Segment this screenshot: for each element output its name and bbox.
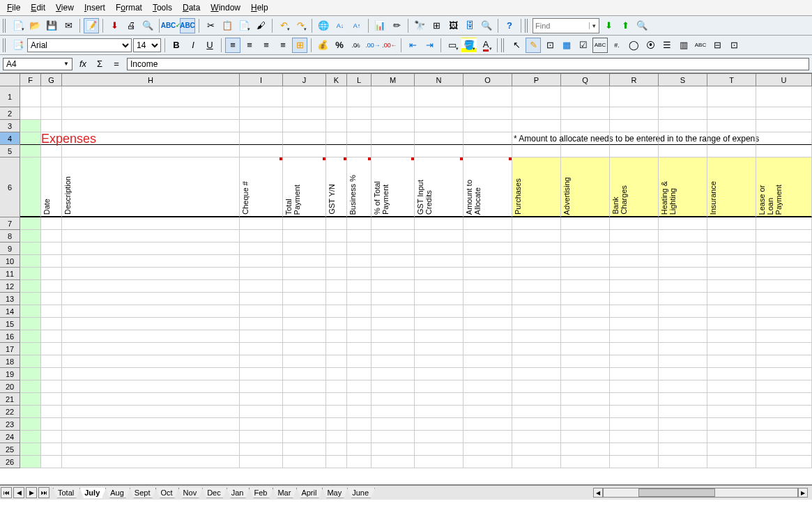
cell-G4[interactable]: Expenses (41, 132, 62, 145)
cell-K4[interactable] (326, 132, 347, 145)
help-button[interactable]: ? (502, 18, 517, 33)
cell-Q17[interactable] (561, 343, 610, 355)
cell-M8[interactable] (371, 230, 415, 243)
cell-U16[interactable] (756, 330, 812, 343)
cell-P14[interactable] (512, 305, 561, 318)
cell-R18[interactable] (610, 355, 659, 368)
cell-S13[interactable] (659, 293, 707, 305)
comment-indicator-icon[interactable] (411, 157, 414, 160)
cell-J7[interactable] (283, 217, 326, 230)
cell-H6[interactable]: Description (62, 157, 240, 217)
cell-O14[interactable] (464, 305, 512, 318)
sheet-tab-mar[interactable]: Mar (273, 488, 297, 498)
cell-N5[interactable] (415, 145, 464, 157)
cell-F26[interactable] (20, 456, 41, 468)
row-header-1[interactable]: 1 (0, 86, 20, 107)
cell-P11[interactable] (512, 268, 561, 280)
cell-P19[interactable] (512, 368, 561, 380)
row-header-18[interactable]: 18 (0, 355, 20, 368)
cell-T6[interactable]: Insurance (707, 157, 756, 217)
cell-G10[interactable] (41, 255, 62, 268)
cell-Q3[interactable] (561, 120, 610, 132)
cell-M24[interactable] (371, 431, 415, 443)
checkbox-button[interactable]: ☑ (576, 38, 591, 53)
currency-button[interactable]: 💰 (315, 38, 330, 53)
cell-O26[interactable] (464, 456, 512, 468)
cell-O8[interactable] (464, 230, 512, 243)
cell-J16[interactable] (283, 330, 326, 343)
cell-K1[interactable] (326, 86, 347, 107)
cell-I10[interactable] (240, 255, 283, 268)
cell-U12[interactable] (756, 280, 812, 293)
cell-H1[interactable] (62, 86, 240, 107)
cell-I16[interactable] (240, 330, 283, 343)
spreadsheet-grid[interactable]: F G H I J K L M N O P Q R S T U 12345678… (0, 73, 812, 484)
cell-S18[interactable] (659, 355, 707, 368)
select-button[interactable]: ↖ (509, 38, 524, 53)
cell-T15[interactable] (707, 318, 756, 330)
cell-G15[interactable] (41, 318, 62, 330)
cell-U8[interactable] (756, 230, 812, 243)
cell-J26[interactable] (283, 456, 326, 468)
cell-O4[interactable] (464, 132, 512, 145)
cell-K9[interactable] (326, 243, 347, 255)
col-header-Q[interactable]: Q (561, 74, 610, 86)
cell-Q22[interactable] (561, 406, 610, 418)
row-header-26[interactable]: 26 (0, 456, 20, 468)
cell-T26[interactable] (707, 456, 756, 468)
cell-P4[interactable]: * Amount to allocate needs to be entered… (512, 132, 561, 145)
cell-L20[interactable] (347, 380, 371, 393)
cell-K24[interactable] (326, 431, 347, 443)
menu-window[interactable]: Window (206, 1, 245, 14)
more-controls1-button[interactable]: ABC (693, 38, 708, 53)
cell-T23[interactable] (707, 418, 756, 431)
col-header-R[interactable]: R (610, 74, 659, 86)
toolbar-grip-3[interactable] (501, 38, 505, 52)
label-button[interactable]: #. (609, 38, 625, 53)
row-header-21[interactable]: 21 (0, 393, 20, 406)
cell-M18[interactable] (371, 355, 415, 368)
italic-button[interactable]: I (185, 38, 201, 53)
col-header-U[interactable]: U (756, 74, 812, 86)
cell-U24[interactable] (756, 431, 812, 443)
col-header-P[interactable]: P (512, 74, 561, 86)
percent-button[interactable]: % (332, 38, 347, 53)
cell-U10[interactable] (756, 255, 812, 268)
name-box[interactable]: A4 ▼ (3, 58, 72, 70)
cell-Q16[interactable] (561, 330, 610, 343)
cell-G26[interactable] (41, 456, 62, 468)
cell-F14[interactable] (20, 305, 41, 318)
cell-N21[interactable] (415, 393, 464, 406)
cell-T18[interactable] (707, 355, 756, 368)
cell-H18[interactable] (62, 355, 240, 368)
cell-Q8[interactable] (561, 230, 610, 243)
cell-T8[interactable] (707, 230, 756, 243)
cell-M5[interactable] (371, 145, 415, 157)
sheet-tab-oct[interactable]: Oct (155, 488, 178, 498)
cell-F21[interactable] (20, 393, 41, 406)
cell-G19[interactable] (41, 368, 62, 380)
cell-M26[interactable] (371, 456, 415, 468)
cell-H20[interactable] (62, 380, 240, 393)
cell-I20[interactable] (240, 380, 283, 393)
cell-P24[interactable] (512, 431, 561, 443)
cell-H15[interactable] (62, 318, 240, 330)
cell-N18[interactable] (415, 355, 464, 368)
cell-G11[interactable] (41, 268, 62, 280)
align-justify-button[interactable]: ≡ (275, 38, 291, 53)
row-header-11[interactable]: 11 (0, 268, 20, 280)
comment-indicator-icon[interactable] (460, 157, 463, 160)
cell-S25[interactable] (659, 443, 707, 456)
cell-T20[interactable] (707, 380, 756, 393)
highlight-button[interactable]: ✎ (526, 38, 541, 53)
cell-N17[interactable] (415, 343, 464, 355)
cell-M6[interactable]: % of Total Payment (371, 157, 415, 217)
cell-T1[interactable] (707, 86, 756, 107)
cell-J17[interactable] (283, 343, 326, 355)
merge-cells-button[interactable]: ⊞ (292, 38, 307, 53)
cell-R15[interactable] (610, 318, 659, 330)
cell-F13[interactable] (20, 293, 41, 305)
select-all-corner[interactable] (0, 74, 20, 86)
cell-N11[interactable] (415, 268, 464, 280)
cell-G23[interactable] (41, 418, 62, 431)
